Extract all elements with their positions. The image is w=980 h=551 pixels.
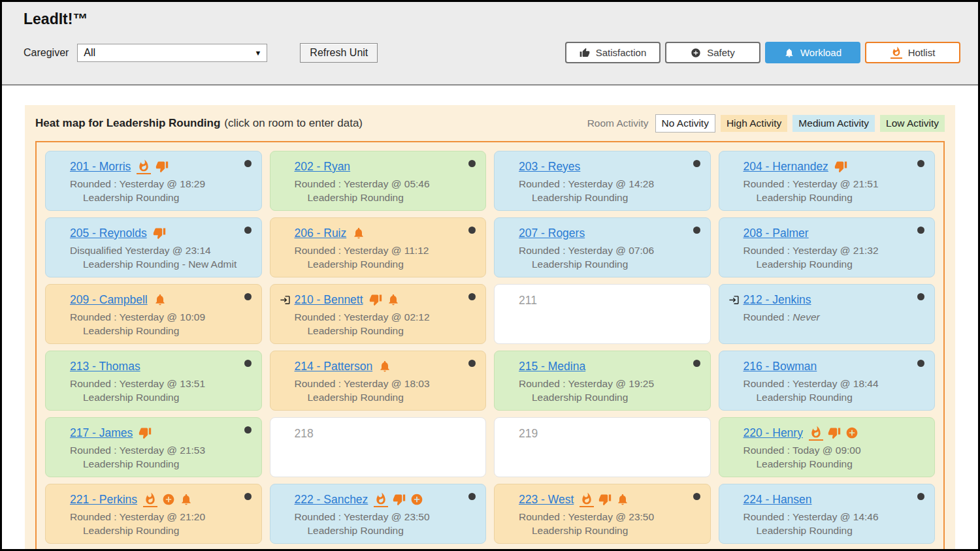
plus-circle-icon	[410, 493, 423, 506]
room-link[interactable]: 213 - Thomas	[70, 360, 140, 373]
room-link[interactable]: 201 - Morris	[70, 160, 131, 174]
room-status: Rounded : Today @ 09:00Leadership Roundi…	[743, 443, 926, 471]
room-card[interactable]: 207 - RogersRounded : Yesterday @ 07:06L…	[494, 217, 711, 277]
status-dot	[917, 360, 924, 367]
sign-in-icon	[280, 294, 295, 306]
room-card[interactable]: 211	[494, 284, 711, 344]
room-link[interactable]: 204 - Hernandez	[743, 160, 828, 174]
room-card[interactable]: 209 - CampbellRounded : Yesterday @ 10:0…	[45, 284, 262, 344]
thumbs-up-icon	[580, 48, 590, 58]
room-card[interactable]: 219	[494, 417, 711, 477]
room-link[interactable]: 217 - James	[70, 426, 133, 440]
room-link[interactable]: 210 - Bennett	[295, 293, 363, 307]
room-link[interactable]: 216 - Bowman	[743, 360, 817, 373]
room-link[interactable]: 223 - West	[519, 493, 574, 507]
caregiver-selected-value: All	[84, 47, 95, 59]
thumbs-down-icon	[153, 227, 166, 240]
room-card[interactable]: 223 - WestRounded : Yesterday @ 23:50Lea…	[494, 484, 711, 544]
room-icons	[580, 492, 629, 507]
heatmap-header: Heat map for Leadership Rounding (click …	[35, 114, 945, 133]
room-link[interactable]: 203 - Reyes	[519, 160, 580, 174]
satisfaction-button[interactable]: Satisfaction	[565, 42, 661, 63]
room-card[interactable]: 202 - RyanRounded : Yesterday @ 05:46Lea…	[270, 151, 487, 211]
room-link[interactable]: 205 - Reynolds	[70, 227, 147, 240]
room-icons	[143, 492, 193, 507]
room-card[interactable]: 224 - HansenRounded : Yesterday @ 14:46L…	[719, 484, 936, 544]
room-title-row: 206 - Ruiz	[280, 225, 477, 241]
room-title-row: 222 - Sanchez	[280, 492, 477, 507]
room-link[interactable]: 212 - Jenkins	[743, 293, 811, 307]
room-card[interactable]: 216 - BowmanRounded : Yesterday @ 18:44L…	[719, 351, 936, 411]
room-card[interactable]: 214 - PattersonRounded : Yesterday @ 18:…	[270, 351, 487, 411]
hotlist-button[interactable]: Hotlist	[865, 42, 960, 63]
room-status: Rounded : Yesterday @ 14:28Leadership Ro…	[519, 177, 701, 205]
bell-icon	[616, 493, 629, 506]
status-dot	[244, 493, 252, 500]
room-link[interactable]: 206 - Ruiz	[295, 227, 347, 240]
room-title-row: 202 - Ryan	[280, 159, 477, 174]
room-card[interactable]: 210 - BennettRounded : Yesterday @ 02:12…	[270, 284, 487, 344]
safety-button[interactable]: Safety	[665, 42, 760, 63]
caregiver-label: Caregiver	[24, 47, 69, 59]
room-number: 218	[295, 427, 477, 441]
room-card[interactable]: 203 - ReyesRounded : Yesterday @ 14:28Le…	[494, 151, 711, 211]
room-link[interactable]: 209 - Campbell	[70, 293, 148, 307]
room-link[interactable]: 221 - Perkins	[70, 493, 137, 507]
heatmap-title: Heat map for Leadership Rounding	[35, 117, 220, 129]
room-card[interactable]: 218	[270, 417, 487, 477]
room-link[interactable]: 214 - Patterson	[295, 360, 373, 373]
room-title-row: 209 - Campbell	[55, 292, 252, 307]
room-title-row: 204 - Hernandez	[728, 159, 926, 174]
room-icons	[834, 160, 847, 173]
room-link[interactable]: 222 - Sanchez	[295, 493, 368, 507]
status-dot	[244, 160, 252, 167]
room-card[interactable]: 204 - HernandezRounded : Yesterday @ 21:…	[719, 151, 936, 211]
room-card[interactable]: 206 - RuizRounded : Yesterday @ 11:12Lea…	[270, 217, 487, 277]
room-card[interactable]: 222 - SanchezRounded : Yesterday @ 23:50…	[270, 484, 487, 544]
room-status: Rounded : Yesterday @ 18:03Leadership Ro…	[295, 377, 477, 405]
room-activity-legend: Room Activity No Activity High Activity …	[587, 114, 945, 133]
room-card[interactable]: 217 - JamesRounded : Yesterday @ 21:53Le…	[45, 417, 262, 477]
status-dot	[917, 293, 924, 300]
status-dot	[468, 160, 476, 167]
room-link[interactable]: 207 - Rogers	[519, 227, 585, 240]
room-link[interactable]: 220 - Henry	[743, 426, 803, 440]
room-title-row: 217 - James	[55, 425, 252, 441]
room-status: Rounded : Yesterday @ 07:06Leadership Ro…	[519, 244, 701, 272]
room-link[interactable]: 202 - Ryan	[295, 160, 351, 174]
room-title-row: 207 - Rogers	[504, 225, 701, 241]
room-link[interactable]: 208 - Palmer	[743, 227, 809, 240]
room-card[interactable]: 201 - MorrisRounded : Yesterday @ 18:29L…	[45, 151, 262, 211]
room-link[interactable]: 224 - Hansen	[743, 493, 812, 507]
room-icons	[154, 293, 167, 306]
bell-icon	[154, 293, 167, 306]
room-link[interactable]: 215 - Medina	[519, 360, 585, 373]
room-status: Rounded : Yesterday @ 21:53Leadership Ro…	[70, 443, 252, 471]
room-status: Rounded : Yesterday @ 13:51Leadership Ro…	[70, 377, 252, 405]
room-title-row: 205 - Reynolds	[55, 225, 252, 241]
room-card[interactable]: 215 - MedinaRounded : Yesterday @ 19:25L…	[494, 351, 711, 411]
status-dot	[693, 160, 700, 167]
room-card[interactable]: 213 - ThomasRounded : Yesterday @ 13:51L…	[45, 351, 262, 411]
room-status: Rounded : Yesterday @ 14:46Leadership Ro…	[743, 510, 926, 538]
hotlist-button-label: Hotlist	[908, 47, 936, 58]
room-card[interactable]: 220 - HenryRounded : Today @ 09:00Leader…	[719, 417, 936, 477]
room-status: Rounded : Yesterday @ 11:12Leadership Ro…	[295, 244, 477, 272]
app-window: LeadIt!™ Caregiver All ▼ Refresh Unit Sa…	[0, 0, 980, 551]
refresh-unit-button[interactable]: Refresh Unit	[300, 43, 378, 63]
bell-icon	[352, 227, 365, 240]
status-dot	[917, 493, 924, 500]
room-title-row: 224 - Hansen	[728, 492, 926, 507]
room-card[interactable]: 221 - PerkinsRounded : Yesterday @ 21:20…	[45, 484, 262, 544]
room-status: Rounded : Yesterday @ 21:32Leadership Ro…	[743, 244, 926, 272]
workload-button[interactable]: Workload	[765, 42, 860, 63]
room-status: Rounded : Yesterday @ 10:09Leadership Ro…	[70, 310, 252, 338]
caregiver-select[interactable]: All ▼	[77, 44, 267, 62]
status-dot	[244, 426, 252, 433]
status-dot	[244, 360, 252, 367]
room-card[interactable]: 208 - PalmerRounded : Yesterday @ 21:32L…	[719, 217, 936, 277]
room-card[interactable]: 212 - JenkinsRounded : Never	[719, 284, 936, 344]
legend-high-activity: High Activity	[721, 115, 787, 132]
room-card[interactable]: 205 - ReynoldsDisqualified Yesterday @ 2…	[45, 217, 262, 277]
thumbs-down-icon	[393, 493, 406, 506]
